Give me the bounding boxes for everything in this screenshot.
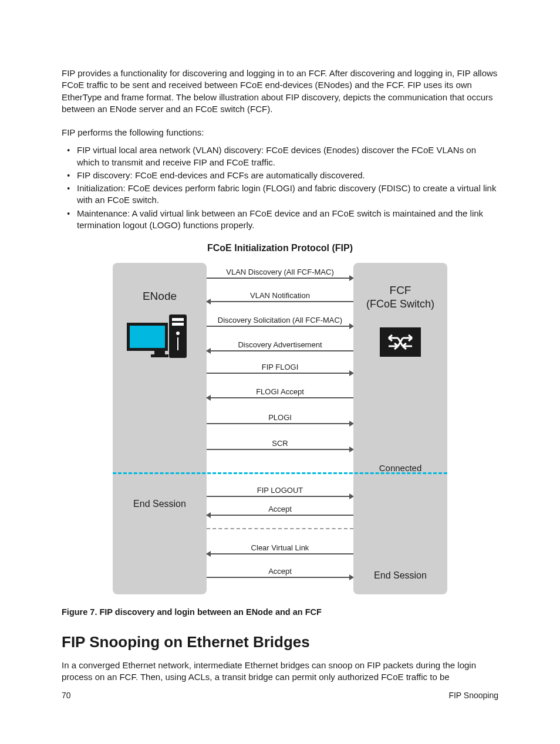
fcf-label-2: (FCoE Switch) <box>353 298 447 310</box>
list-item: Initialization: FCoE devices perform fab… <box>75 182 498 207</box>
arrow-line <box>207 301 353 302</box>
arrow-line <box>207 397 353 398</box>
section-heading: FIP Snooping on Ethernet Bridges <box>62 633 498 651</box>
arrow-line <box>207 553 353 554</box>
message-arrow: VLAN Notification <box>207 291 353 302</box>
divider-dashed-mid <box>207 528 353 529</box>
switch-icon <box>380 327 421 357</box>
connected-label: Connected <box>353 463 447 473</box>
list-item: Maintenance: A valid virtual link betwee… <box>75 208 498 232</box>
footer-section: FIP Snooping <box>448 691 498 700</box>
page: FIP provides a functionality for discove… <box>0 0 560 744</box>
message-label: VLAN Notification <box>250 291 310 300</box>
message-arrow: FLOGI Accept <box>207 387 353 398</box>
diagram-wrap: FCoE Initialization Protocol (FIP) ENode <box>62 238 498 617</box>
diagram-left-column: ENode End Session <box>113 263 207 594</box>
message-arrow: Accept <box>207 567 353 578</box>
fip-diagram: ENode End Session <box>113 263 447 594</box>
message-label: VLAN Discovery (All FCF-MAC) <box>226 268 333 276</box>
end-session-right-label: End Session <box>353 570 447 581</box>
message-label: FIP FLOGI <box>262 363 299 371</box>
functions-lead: FIP performs the following functions: <box>62 127 498 138</box>
figure-caption: Figure 7. FIP discovery and login betwee… <box>62 607 322 617</box>
message-arrow: Discovery Advertisement <box>207 340 353 351</box>
message-arrow: Discovery Solicitation (All FCF-MAC) <box>207 316 353 327</box>
list-item: FIP virtual local area network (VLAN) di… <box>75 144 498 168</box>
message-label: PLOGI <box>268 413 292 422</box>
section-paragraph: In a converged Ethernet network, interme… <box>62 660 498 684</box>
message-label: Discovery Solicitation (All FCF-MAC) <box>218 316 342 324</box>
fcf-label-1: FCF <box>353 284 447 297</box>
message-arrow: VLAN Discovery (All FCF-MAC) <box>207 268 353 279</box>
message-label: Accept <box>268 505 292 513</box>
message-arrow: SCR <box>207 439 353 450</box>
arrow-line <box>207 326 353 327</box>
intro-paragraph: FIP provides a functionality for discove… <box>62 67 498 115</box>
end-session-left-label: End Session <box>113 499 207 509</box>
enode-label: ENode <box>113 290 207 303</box>
arrow-line <box>207 423 353 424</box>
diagram-middle-column: VLAN Discovery (All FCF-MAC)VLAN Notific… <box>207 263 353 594</box>
page-footer: 70 FIP Snooping <box>62 691 498 700</box>
message-arrow: Accept <box>207 505 353 516</box>
arrow-line <box>207 496 353 497</box>
message-label: Discovery Advertisement <box>238 340 322 349</box>
message-arrow: PLOGI <box>207 413 353 424</box>
list-item: FIP discovery: FCoE end-devices and FCFs… <box>75 170 498 181</box>
page-number: 70 <box>62 691 71 700</box>
arrow-line <box>207 278 353 279</box>
message-label: Accept <box>268 567 292 576</box>
arrow-line <box>207 449 353 450</box>
diagram-right-column: FCF (FCoE Switch) Connected End Ses <box>353 263 447 594</box>
arrow-line <box>207 515 353 516</box>
divider-dashed-full <box>113 472 447 474</box>
message-label: Clear Virtual Link <box>251 543 309 552</box>
arrow-line <box>207 350 353 351</box>
computer-icon <box>127 323 193 357</box>
message-arrow: FIP FLOGI <box>207 363 353 374</box>
functions-list: FIP virtual local area network (VLAN) di… <box>62 144 498 231</box>
message-arrow: Clear Virtual Link <box>207 543 353 554</box>
arrow-line <box>207 577 353 578</box>
message-label: FIP LOGOUT <box>257 486 303 495</box>
diagram-title: FCoE Initialization Protocol (FIP) <box>207 243 353 253</box>
message-arrow: FIP LOGOUT <box>207 486 353 497</box>
message-label: FLOGI Accept <box>256 387 304 396</box>
message-label: SCR <box>272 439 288 448</box>
arrow-line <box>207 373 353 374</box>
